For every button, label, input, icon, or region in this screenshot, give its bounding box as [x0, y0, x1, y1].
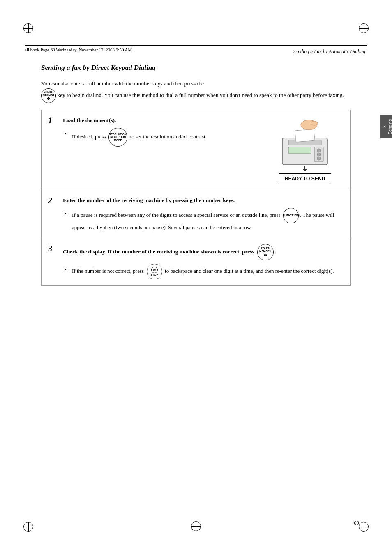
stop-button[interactable]: ⊗ STOP: [147, 264, 162, 279]
svg-point-4: [317, 149, 321, 152]
step-1-number: 1: [48, 116, 57, 125]
start-memory-button-intro[interactable]: START/ MEMORY ⊕: [41, 88, 56, 103]
corner-crosshair-br: [359, 522, 369, 532]
section-title: Sending a fax by Direct Keypad Dialing: [41, 64, 351, 72]
step-1-header: Load the document(s).: [63, 116, 260, 125]
file-info: all.book Page 69 Wednesday, November 12,…: [25, 47, 132, 52]
intro-line2: key to begin dialing. You can use this m…: [57, 92, 344, 98]
start-memory-button-step3[interactable]: START/ MEMORY ⊕: [257, 244, 274, 260]
step-2-content: Enter the number of the receiving machin…: [63, 196, 344, 232]
corner-crosshair-tr: [359, 23, 369, 33]
step-3-bullet-text: If the number is not correct, press ⊗ ST…: [72, 264, 334, 279]
svg-point-6: [317, 157, 321, 160]
bullet-dot-2: •: [65, 209, 69, 218]
section-header-title: Sending a Fax by Automatic Dialing: [293, 48, 365, 55]
corner-crosshair-tl: [23, 23, 33, 33]
step-1-row: 1 Load the document(s). • If desired, pr…: [42, 110, 350, 190]
step-3-row: 3 Check the display. If the number of th…: [42, 238, 350, 285]
step-1-content: Load the document(s). • If desired, pres…: [63, 116, 260, 147]
fax-machine-svg: [270, 117, 340, 171]
side-tab-number: 3: [383, 126, 387, 128]
resolution-reception-mode-button[interactable]: RESOLUTION/ RECEPTION MODE: [108, 128, 127, 147]
step-1-illustration: READY TO SEND: [266, 116, 344, 184]
step-2-bullet: • If a pause is required between any of …: [63, 208, 344, 232]
step-1-bullet-text: If desired, press RESOLUTION/ RECEPTION …: [72, 128, 207, 147]
function-button[interactable]: FUNCTION: [283, 208, 299, 223]
page-number: 69: [354, 520, 359, 526]
bullet-dot: •: [65, 129, 69, 138]
side-tab-text1: Sending: [388, 119, 392, 134]
svg-rect-7: [295, 129, 315, 142]
steps-box: 1 Load the document(s). • If desired, pr…: [41, 110, 351, 286]
step-3-number: 3: [48, 244, 57, 253]
bullet-dot-3: •: [65, 265, 69, 274]
svg-rect-2: [288, 147, 311, 154]
corner-crosshair-bl: [23, 522, 33, 532]
bottom-center-mark: [191, 521, 201, 531]
step-2-bullet-text: If a pause is required between any of th…: [72, 208, 344, 232]
step-1-bullet: • If desired, press RESOLUTION/ RECEPTIO…: [63, 128, 260, 147]
svg-marker-11: [303, 169, 307, 171]
side-tab: 3 Sending Faxes: [380, 115, 392, 138]
intro-line1: You can also enter a full number with th…: [41, 81, 204, 87]
step-3-header: Check the display. If the number of the …: [63, 244, 344, 260]
step-3-content: Check the display. If the number of the …: [63, 244, 344, 279]
intro-text: You can also enter a full number with th…: [41, 79, 351, 103]
svg-point-5: [317, 153, 321, 156]
step-2-row: 2 Enter the number of the receiving mach…: [42, 190, 350, 238]
step-2-number: 2: [48, 196, 57, 205]
svg-point-9: [311, 121, 318, 125]
step-2-header: Enter the number of the receiving machin…: [63, 196, 344, 205]
main-content: Sending a fax by Direct Keypad Dialing Y…: [41, 64, 351, 286]
step-3-bullet: • If the number is not correct, press ⊗ …: [63, 264, 344, 279]
ready-to-send-display: READY TO SEND: [279, 173, 331, 184]
